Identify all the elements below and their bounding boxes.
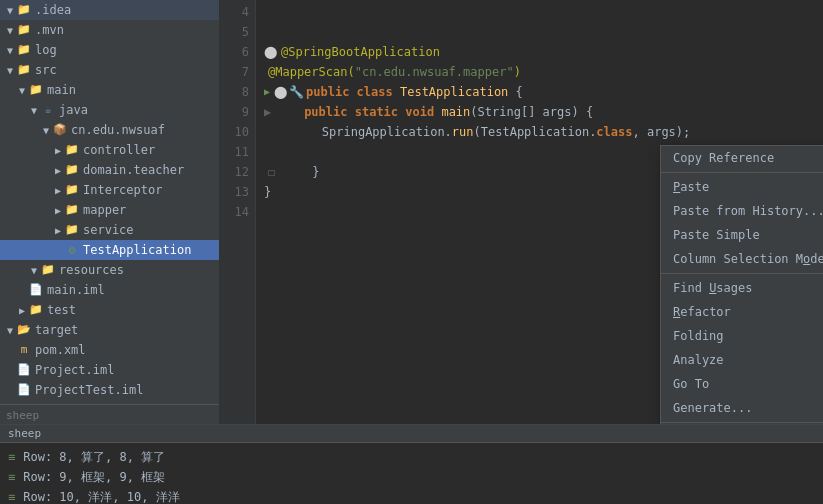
menu-label-generate: Generate... <box>673 401 752 415</box>
sidebar-item-target[interactable]: 📂 target <box>0 320 219 340</box>
menu-divider-1 <box>661 172 823 173</box>
log-line-1: ≡ Row: 8, 算了, 8, 算了 <box>8 447 815 467</box>
code-line-4 <box>264 2 815 22</box>
menu-label-analyze: Analyze <box>673 353 724 367</box>
file-tree-sidebar: 📁 .idea 📁 .mvn 📁 log 📁 src 📁 main ☕ java <box>0 0 220 424</box>
log-icon-1: ≡ <box>8 450 15 464</box>
folder-icon-mapper: 📁 <box>64 203 80 217</box>
menu-item-paste-simple[interactable]: Paste Simple Ctrl+Alt+Shift+V <box>661 223 823 247</box>
menu-item-generate[interactable]: Generate... Alt+Insert <box>661 396 823 420</box>
folder-icon-domain-teacher: 📁 <box>64 163 80 177</box>
folder-icon-main: 📁 <box>28 83 44 97</box>
log-text-3: Row: 10, 洋洋, 10, 洋洋 <box>23 489 179 505</box>
sidebar-label-domain-teacher: domain.teacher <box>83 163 184 177</box>
menu-label-recompile: Recompile 'TestApplication.java' <box>673 423 823 424</box>
log-text-1: Row: 8, 算了, 8, 算了 <box>23 449 165 466</box>
package-icon: 📦 <box>52 123 68 137</box>
sidebar-item-project-iml[interactable]: 📄 Project.iml <box>0 360 219 380</box>
iml-icon-projecttest: 📄 <box>16 383 32 397</box>
menu-item-refactor[interactable]: Refactor ▶ <box>661 300 823 324</box>
sidebar-label-main: main <box>47 83 76 97</box>
editor-area: 4 5 6 7 8 9 10 11 12 13 14 ⬤ @SpringBoot… <box>220 0 823 424</box>
menu-item-folding[interactable]: Folding ▶ <box>661 324 823 348</box>
sidebar-item-package[interactable]: 📦 cn.edu.nwsuaf <box>0 120 219 140</box>
sidebar-item-test-application[interactable]: ⚙ TestApplication <box>0 240 219 260</box>
menu-label-paste-simple: Paste Simple <box>673 228 760 242</box>
sidebar-label-log: log <box>35 43 57 57</box>
sidebar-label-src: src <box>35 63 57 77</box>
sidebar-label-test-app: TestApplication <box>83 243 191 257</box>
xml-icon-pom: m <box>16 343 32 357</box>
sidebar-item-test[interactable]: 📁 test <box>0 300 219 320</box>
sidebar-item-interceptor[interactable]: 📁 Interceptor <box>0 180 219 200</box>
menu-label-paste: Paste <box>673 180 709 194</box>
menu-label-refactor: Refactor <box>673 305 731 319</box>
folder-icon-service: 📁 <box>64 223 80 237</box>
sidebar-item-main-iml[interactable]: 📄 main.iml <box>0 280 219 300</box>
tree-arrow-resources <box>28 265 40 276</box>
code-line-10: SpringApplication.run(TestApplication.cl… <box>264 122 815 142</box>
sidebar-item-idea[interactable]: 📁 .idea <box>0 0 219 20</box>
log-content: ≡ Row: 8, 算了, 8, 算了 ≡ Row: 9, 框架, 9, 框架 … <box>0 443 823 504</box>
sidebar-item-controller[interactable]: 📁 controller <box>0 140 219 160</box>
log-icon-3: ≡ <box>8 490 15 504</box>
sidebar-label-interceptor: Interceptor <box>83 183 162 197</box>
sidebar-item-mvn[interactable]: 📁 .mvn <box>0 20 219 40</box>
code-line-8: ▶ ⬤ 🔧 public class TestApplication { <box>264 82 815 102</box>
iml-icon-project: 📄 <box>16 363 32 377</box>
menu-item-column-selection[interactable]: Column Selection Mode Alt+Shift+Insert <box>661 247 823 271</box>
tree-arrow-java <box>28 105 40 116</box>
bottom-panel: sheep ≡ Row: 8, 算了, 8, 算了 ≡ Row: 9, 框架, … <box>0 424 823 504</box>
tree-arrow-service <box>52 225 64 236</box>
sidebar-item-src[interactable]: 📁 src <box>0 60 219 80</box>
sidebar-item-resources[interactable]: 📁 resources <box>0 260 219 280</box>
tree-arrow-log <box>4 45 16 56</box>
log-icon-2: ≡ <box>8 470 15 484</box>
sidebar-label-controller: controller <box>83 143 155 157</box>
folder-icon-idea: 📁 <box>16 3 32 17</box>
menu-item-copy-reference[interactable]: Copy Reference Ctrl+Alt+Shift+C <box>661 146 823 170</box>
sidebar-label-idea: .idea <box>35 3 71 17</box>
sidebar-label-pom: pom.xml <box>35 343 86 357</box>
menu-item-paste[interactable]: Paste Ctrl+V <box>661 175 823 199</box>
sidebar-item-java[interactable]: ☕ java <box>0 100 219 120</box>
menu-item-find-usages[interactable]: Find Usages Alt+F7 <box>661 276 823 300</box>
code-line-5 <box>264 22 815 42</box>
sidebar-label-service: service <box>83 223 134 237</box>
tree-arrow-src <box>4 65 16 76</box>
menu-item-analyze[interactable]: Analyze ▶ <box>661 348 823 372</box>
menu-label-folding: Folding <box>673 329 724 343</box>
sidebar-label-package: cn.edu.nwsuaf <box>71 123 165 137</box>
bottom-panel-header: sheep <box>0 425 823 443</box>
tree-arrow-main <box>16 85 28 96</box>
sidebar-item-pom-xml[interactable]: m pom.xml <box>0 340 219 360</box>
menu-item-paste-history[interactable]: Paste from History... Ctrl+Shift+V <box>661 199 823 223</box>
menu-label-paste-history: Paste from History... <box>673 204 823 218</box>
folder-icon-target: 📂 <box>16 323 32 337</box>
iml-icon: 📄 <box>28 283 44 297</box>
sidebar-label-projecttest-iml: ProjectTest.iml <box>35 383 143 397</box>
sidebar-item-mapper[interactable]: 📁 mapper <box>0 200 219 220</box>
sidebar-label-target: target <box>35 323 78 337</box>
menu-item-goto[interactable]: Go To ▶ <box>661 372 823 396</box>
sidebar-item-projecttest-iml[interactable]: 📄 ProjectTest.iml <box>0 380 219 400</box>
sidebar-label-main-iml: main.iml <box>47 283 105 297</box>
sidebar-item-domain-teacher[interactable]: 📁 domain.teacher <box>0 160 219 180</box>
sidebar-item-service[interactable]: 📁 service <box>0 220 219 240</box>
tree-arrow-domain-teacher <box>52 165 64 176</box>
sidebar-item-main[interactable]: 📁 main <box>0 80 219 100</box>
sidebar-item-log[interactable]: 📁 log <box>0 40 219 60</box>
bottom-panel-label: sheep <box>8 427 41 440</box>
tree-arrow-interceptor <box>52 185 64 196</box>
code-line-6: ⬤ @SpringBootApplication <box>264 42 815 62</box>
sidebar-label-java: java <box>59 103 88 117</box>
menu-label-copy-reference: Copy Reference <box>673 151 774 165</box>
line-numbers: 4 5 6 7 8 9 10 11 12 13 14 <box>220 0 256 424</box>
tree-arrow-mvn <box>4 25 16 36</box>
run-arrow-icon: ▶ <box>264 82 270 102</box>
tree-arrow-idea <box>4 5 16 16</box>
sidebar-label-test: test <box>47 303 76 317</box>
menu-label-goto: Go To <box>673 377 709 391</box>
sidebar-label-project-iml: Project.iml <box>35 363 114 377</box>
java-run-icon: ⚙ <box>64 243 80 257</box>
